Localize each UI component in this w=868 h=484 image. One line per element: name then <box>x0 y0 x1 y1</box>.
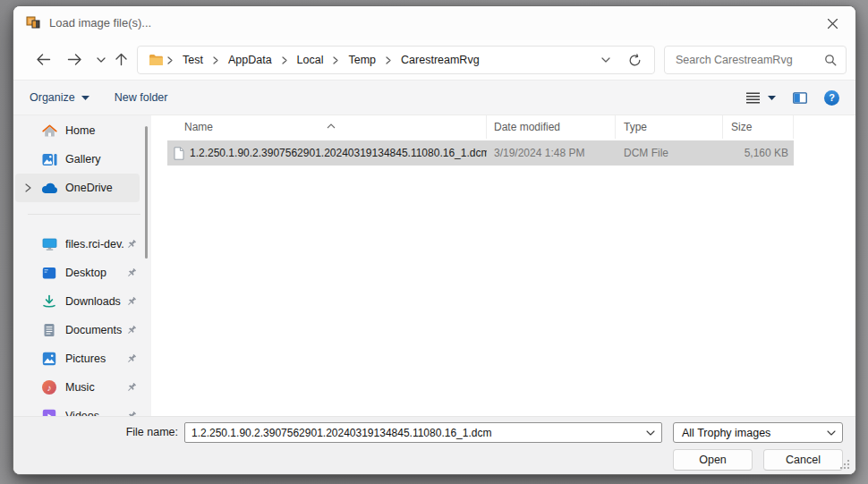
sidebar-item-network-drive[interactable]: files.rci-dev.c <box>15 230 140 259</box>
breadcrumb-chevron-icon[interactable] <box>382 56 395 64</box>
app-icon <box>26 16 41 30</box>
chevron-down-icon <box>97 57 106 63</box>
sidebar-item-videos[interactable]: Videos <box>15 402 140 416</box>
breadcrumb-item[interactable]: CarestreamRvg <box>395 51 486 69</box>
search-box[interactable] <box>664 46 847 74</box>
resize-grip[interactable] <box>840 460 850 470</box>
address-bar[interactable]: Test AppData Local Temp CarestreamRvg <box>137 46 655 74</box>
column-header-type[interactable]: Type <box>616 115 723 139</box>
breadcrumb-chevron-icon[interactable] <box>329 56 342 64</box>
organize-label: Organize <box>30 91 75 104</box>
breadcrumb-chevron-icon[interactable] <box>209 56 222 64</box>
expand-chevron-icon[interactable] <box>15 183 40 192</box>
chevron-down-icon <box>821 423 842 442</box>
sidebar-item-label: Downloads <box>65 295 123 308</box>
sidebar-item-downloads[interactable]: Downloads <box>15 287 140 316</box>
desktop-backdrop: Load image file(s)... <box>0 0 868 484</box>
folder-icon <box>149 54 164 66</box>
file-name-combobox <box>184 422 662 443</box>
refresh-icon <box>628 54 642 67</box>
sidebar-item-label: Pictures <box>65 352 123 365</box>
documents-icon <box>40 323 58 337</box>
window-title: Load image file(s)... <box>49 16 151 30</box>
sidebar-item-music[interactable]: ♪ Music <box>15 373 140 402</box>
file-row-selected[interactable]: 1.2.250.1.90.2.3907562901.20240319134845… <box>167 140 794 166</box>
refresh-button[interactable] <box>628 54 642 67</box>
column-header-size[interactable]: Size <box>723 115 794 139</box>
sidebar-item-label: files.rci-dev.c <box>65 238 123 250</box>
help-icon: ? <box>829 92 835 103</box>
sidebar-scrollbar-thumb[interactable] <box>145 126 148 259</box>
load-image-dialog: Load image file(s)... <box>13 5 856 475</box>
file-size: 5,160 KB <box>723 147 794 159</box>
sidebar-item-label: Documents <box>65 324 123 336</box>
file-type-select[interactable]: All Trophy images <box>673 422 843 443</box>
preview-pane-button[interactable] <box>793 92 807 104</box>
sidebar-item-onedrive[interactable]: OneDrive <box>15 174 140 202</box>
organize-button[interactable]: Organize <box>21 86 98 109</box>
sidebar-item-pictures[interactable]: Pictures <box>15 344 140 373</box>
file-type-value: All Trophy images <box>682 427 770 439</box>
chevron-down-icon <box>601 57 610 63</box>
breadcrumb-chevron-icon[interactable] <box>164 56 176 64</box>
caret-down-icon <box>81 96 89 100</box>
search-input[interactable] <box>676 54 824 66</box>
home-icon <box>40 124 58 138</box>
file-list: Name Date modified Type Size 1.2.250.1.9… <box>151 115 855 416</box>
preview-pane-icon <box>793 92 807 104</box>
sidebar-item-home[interactable]: Home <box>15 116 140 145</box>
file-name-input[interactable] <box>185 427 640 439</box>
pin-icon <box>126 325 137 335</box>
breadcrumb-item[interactable]: Temp <box>342 51 382 69</box>
address-dropdown-button[interactable] <box>601 57 610 63</box>
close-icon <box>827 18 838 30</box>
navigation-toolbar: Test AppData Local Temp CarestreamRvg <box>13 40 855 80</box>
sidebar-item-gallery[interactable]: Gallery <box>15 145 140 174</box>
list-view-icon <box>745 92 761 104</box>
downloads-icon <box>40 294 58 309</box>
pictures-icon <box>40 352 58 366</box>
sidebar-item-label: Desktop <box>65 267 123 279</box>
sidebar-item-label: Gallery <box>65 153 140 166</box>
pin-icon <box>126 382 137 393</box>
file-date-modified: 3/19/2024 1:48 PM <box>487 147 616 159</box>
open-button[interactable]: Open <box>673 449 753 471</box>
new-folder-button[interactable]: New folder <box>106 86 177 109</box>
forward-button[interactable] <box>67 53 82 66</box>
sidebar-item-label: Videos <box>65 410 123 416</box>
back-button[interactable] <box>36 53 51 66</box>
close-button[interactable] <box>818 11 847 36</box>
pin-icon <box>126 267 137 278</box>
new-folder-label: New folder <box>115 91 168 104</box>
breadcrumb-chevron-icon[interactable] <box>278 56 291 64</box>
column-header-date-modified[interactable]: Date modified <box>487 115 616 139</box>
sidebar-divider <box>28 214 140 215</box>
pin-icon <box>126 296 137 307</box>
up-button[interactable] <box>115 52 128 66</box>
view-mode-button[interactable] <box>745 92 776 104</box>
breadcrumb-item[interactable]: Test <box>176 51 209 69</box>
help-button[interactable]: ? <box>824 90 839 106</box>
desktop-icon <box>40 267 58 280</box>
sidebar-item-label: OneDrive <box>65 182 140 194</box>
chevron-down-icon <box>646 430 655 436</box>
forward-arrow-icon <box>67 53 82 66</box>
breadcrumb-item[interactable]: AppData <box>222 51 278 69</box>
navigation-sidebar: Home Gallery <box>13 115 151 416</box>
up-arrow-icon <box>115 52 128 66</box>
caret-down-icon <box>768 96 776 100</box>
column-headers: Name Date modified Type Size <box>167 115 855 139</box>
breadcrumb-item[interactable]: Local <box>291 51 330 69</box>
titlebar[interactable]: Load image file(s)... <box>13 6 855 40</box>
onedrive-icon <box>40 183 58 194</box>
search-icon <box>824 54 837 66</box>
sort-ascending-icon <box>327 116 336 132</box>
pin-icon <box>126 353 137 364</box>
cancel-button[interactable]: Cancel <box>763 449 843 471</box>
sidebar-item-documents[interactable]: Documents <box>15 316 140 344</box>
file-name-dropdown-button[interactable] <box>640 423 661 442</box>
recent-locations-button[interactable] <box>97 57 106 63</box>
file-name-label: File name: <box>13 426 178 438</box>
file-type: DCM File <box>616 147 723 159</box>
sidebar-item-desktop[interactable]: Desktop <box>15 259 140 287</box>
